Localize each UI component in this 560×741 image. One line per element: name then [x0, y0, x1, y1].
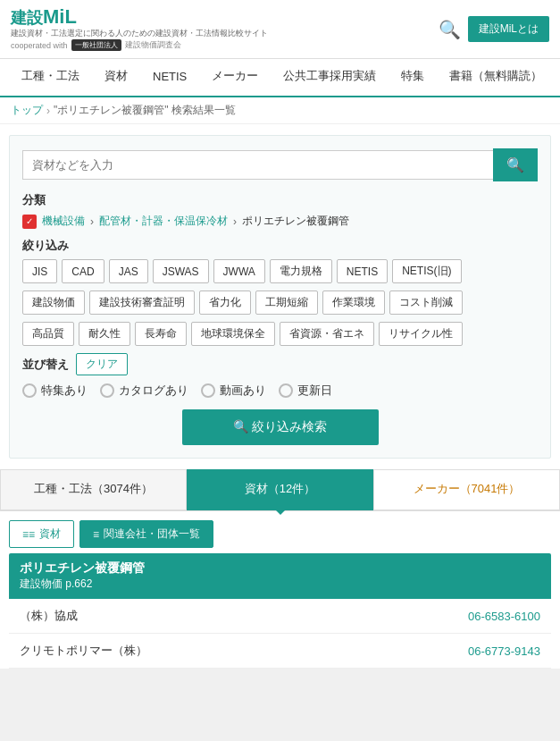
result-item-0[interactable]: （株）協成 06-6583-6100 [9, 599, 551, 634]
result-item-phone-0: 06-6583-6100 [468, 610, 540, 623]
search-row: 🔍 [22, 148, 538, 181]
filter-tags-3: 高品質 耐久性 長寿命 地球環境保全 省資源・省エネ リサイクル性 [22, 322, 538, 346]
filter-tag-cad[interactable]: CAD [62, 259, 104, 283]
result-header-sub: 建設物価 p.662 [20, 577, 540, 592]
sort-row: 並び替え クリア [22, 353, 538, 375]
result-item-name-0: （株）協成 [20, 608, 78, 624]
tabs-row: 工種・工法（3074件） 資材（12件） メーカー（7041件） [0, 469, 560, 511]
search-area: 🔍 分類 ✓ 機械設備 › 配管材・計器・保温保冷材 › ポリエチレン被覆鋼管 … [9, 135, 551, 459]
nav-item-koushu[interactable]: 工種・工法 [9, 59, 92, 96]
filter-tag-jwwa[interactable]: JWWA [213, 259, 265, 283]
clear-button[interactable]: クリア [76, 353, 128, 375]
filter-tag-gijutsu[interactable]: 建設技術審査証明 [89, 291, 195, 315]
class-item-2: ポリエチレン被覆鋼管 [242, 214, 349, 229]
nav-item-shizai[interactable]: 資材 [92, 59, 140, 96]
header-search-button[interactable]: 🔍 [439, 19, 461, 40]
filter-tag-environment[interactable]: 地球環境保全 [191, 322, 275, 346]
filter-tag-netis[interactable]: NETIS [337, 259, 388, 283]
check-icon: ✓ [22, 215, 37, 229]
about-button[interactable]: 建設MiLとは [468, 16, 549, 42]
breadcrumb-top[interactable]: トップ [11, 103, 43, 118]
filter-tag-jis[interactable]: JIS [22, 259, 57, 283]
result-header: ポリエチレン被覆鋼管 建設物価 p.662 [9, 553, 551, 599]
radio-label-4: 更新日 [297, 383, 332, 399]
search-input[interactable] [22, 150, 493, 180]
filter-tag-quality[interactable]: 高品質 [22, 322, 74, 346]
filter-tag-denki[interactable]: 電力規格 [270, 259, 332, 283]
sub-tab-kanren-label: 関連会社・団体一覧 [104, 526, 200, 542]
sub-tab-kanrenkaisha[interactable]: ≡ 関連会社・団体一覧 [79, 520, 213, 548]
filter-tag-energy[interactable]: 省資源・省エネ [280, 322, 374, 346]
radio-tokusu[interactable]: 特集あり [22, 383, 88, 399]
nav-bar: 工種・工法 資材 NETIS メーカー 公共工事採用実績 特集 書籍（無料購読）… [0, 59, 560, 97]
filter-tag-cost[interactable]: コスト削減 [389, 291, 463, 315]
radio-label-2: カタログあり [119, 383, 188, 399]
radio-circle-4 [279, 383, 293, 398]
radio-circle-2 [100, 383, 114, 398]
class-arrow-2: › [233, 215, 237, 228]
result-item-1[interactable]: クリモトポリマー（株） 06-6773-9143 [9, 634, 551, 669]
filter-tag-sagyou[interactable]: 作業環境 [322, 291, 385, 315]
coop-block: cooperated with 一般社団法人 建設物価調査会 [11, 39, 268, 51]
filter-tag-netis-old[interactable]: NETIS(旧) [392, 259, 461, 283]
filter-tag-longlife[interactable]: 長寿命 [135, 322, 187, 346]
logo-subtitle: 建設資材・工法選定に関わる人のための建設資材・工法情報比較サイト [11, 28, 268, 39]
radio-label-1: 特集あり [41, 383, 88, 399]
class-arrow-1: › [90, 215, 94, 228]
result-header-title: ポリエチレン被覆鋼管 [20, 560, 540, 577]
breadcrumb: トップ › "ポリエチレン被覆鋼管" 検索結果一覧 [0, 97, 560, 124]
nav-item-maker[interactable]: メーカー [199, 59, 271, 96]
sub-tabs-row: ≡≡ 資材 ≡ 関連会社・団体一覧 [0, 511, 560, 553]
search-icon-small: 🔍 [233, 419, 252, 434]
sort-label: 並び替え [22, 357, 69, 373]
tab-maker[interactable]: メーカー（7041件） [373, 469, 560, 510]
radio-video[interactable]: 動画あり [201, 383, 266, 399]
radio-options: 特集あり カタログあり 動画あり 更新日 [22, 383, 538, 399]
filter-tag-jswas[interactable]: JSWAS [153, 259, 209, 283]
result-item-name-1: クリモトポリマー（株） [20, 643, 147, 659]
header: 建設 MiL 建設資材・工法選定に関わる人のための建設資材・工法情報比較サイト … [0, 0, 560, 59]
filter-tags-2: 建設物価 建設技術審査証明 省力化 工期短縮 作業環境 コスト削減 [22, 291, 538, 315]
coop-badge: 一般社団法人 [71, 39, 121, 51]
filter-tag-shoryoku[interactable]: 省力化 [199, 291, 251, 315]
sub-tab-kanren-icon: ≡ [93, 528, 99, 541]
radio-circle-3 [201, 383, 215, 398]
header-left: 建設 MiL 建設資材・工法選定に関わる人のための建設資材・工法情報比較サイト … [11, 7, 268, 51]
logo: 建設 MiL 建設資材・工法選定に関わる人のための建設資材・工法情報比較サイト … [11, 7, 268, 51]
class-item-1[interactable]: 配管材・計器・保温保冷材 [99, 214, 228, 229]
filter-tag-kensetsujika[interactable]: 建設物価 [22, 291, 85, 315]
logo-kanji: 建設 [11, 10, 43, 26]
filter-tag-jas[interactable]: JAS [109, 259, 148, 283]
filter-search-button[interactable]: 🔍 絞り込み検索 [182, 409, 379, 445]
coop-org: 建設物価調査会 [125, 39, 181, 51]
sub-tab-shizai-icon: ≡≡ [22, 528, 35, 541]
filter-label: 絞り込み [22, 238, 538, 254]
nav-item-shoseki[interactable]: 書籍（無料購読） [437, 59, 555, 96]
classification-row: ✓ 機械設備 › 配管材・計器・保温保冷材 › ポリエチレン被覆鋼管 [22, 214, 538, 229]
radio-date[interactable]: 更新日 [279, 383, 332, 399]
sub-tab-shizai-label: 資材 [39, 526, 61, 542]
sub-tab-shizai[interactable]: ≡≡ 資材 [9, 520, 74, 548]
radio-label-3: 動画あり [220, 383, 266, 399]
class-item-0[interactable]: 機械設備 [42, 214, 85, 229]
nav-item-column[interactable]: コラム [555, 59, 560, 96]
radio-catalog[interactable]: カタログあり [100, 383, 188, 399]
result-item-phone-1: 06-6773-9143 [468, 644, 540, 658]
tab-shizai[interactable]: 資材（12件） [187, 469, 373, 510]
nav-item-tokusu[interactable]: 特集 [389, 59, 437, 96]
filter-search-label: 絞り込み検索 [252, 419, 327, 434]
header-right: 🔍 建設MiLとは [439, 16, 549, 42]
breadcrumb-current: "ポリエチレン被覆鋼管" 検索結果一覧 [54, 103, 236, 118]
nav-item-jisseki[interactable]: 公共工事採用実績 [271, 59, 389, 96]
filter-tag-kouki[interactable]: 工期短縮 [255, 291, 318, 315]
filter-tag-durability[interactable]: 耐久性 [79, 322, 130, 346]
tab-koushukouhou[interactable]: 工種・工法（3074件） [0, 469, 187, 510]
filter-tag-recycle[interactable]: リサイクル性 [379, 322, 463, 346]
nav-item-netis[interactable]: NETIS [140, 61, 199, 95]
filter-tags: JIS CAD JAS JSWAS JWWA 電力規格 NETIS NETIS(… [22, 259, 538, 283]
classification-label: 分類 [22, 192, 538, 208]
logo-en: MiL [43, 7, 77, 27]
search-button[interactable]: 🔍 [493, 148, 538, 181]
radio-circle-1 [22, 383, 37, 398]
coop-text: cooperated with [11, 41, 68, 50]
